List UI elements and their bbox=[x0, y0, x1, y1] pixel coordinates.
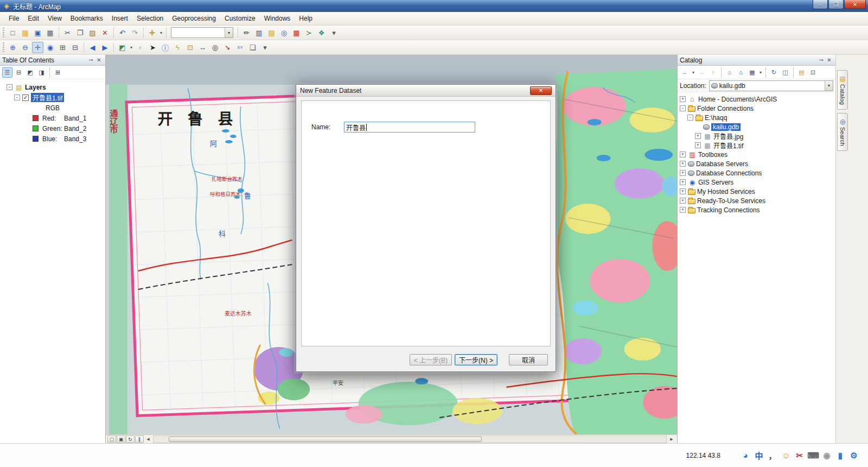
dialog-title-bar[interactable]: New Feature Dataset ✕ bbox=[296, 85, 556, 97]
tray-keyboard-icon[interactable]: ⌨ bbox=[808, 450, 819, 461]
list-by-visibility-button[interactable]: ◩ bbox=[25, 67, 35, 78]
fixed-zoom-out-tool[interactable]: ⊟ bbox=[69, 42, 81, 53]
dataset-name-input[interactable]: 开鲁县 bbox=[344, 122, 475, 132]
copy-button[interactable]: ❐ bbox=[74, 27, 86, 39]
search-window-button[interactable]: ◎ bbox=[278, 27, 290, 39]
horizontal-scrollbar[interactable] bbox=[153, 436, 667, 443]
list-by-drawing-order-button[interactable]: ☰ bbox=[2, 67, 12, 78]
open-viewer-window-button[interactable]: ❏ bbox=[247, 42, 258, 53]
contents-view-button[interactable]: ▦ bbox=[747, 67, 757, 78]
toc-options-button[interactable]: ⊞ bbox=[53, 67, 63, 78]
clear-selection-button[interactable]: ▫ bbox=[135, 42, 146, 53]
toolbar-grip[interactable] bbox=[3, 28, 4, 37]
expand-icon[interactable]: + bbox=[680, 198, 686, 204]
go-forward-extent-button[interactable]: ▶ bbox=[99, 42, 111, 53]
tray-emoji-icon[interactable]: ☺ bbox=[781, 450, 792, 461]
delete-button[interactable]: ✕ bbox=[99, 27, 111, 39]
toc-band-row[interactable]: Green:Band_2 bbox=[0, 123, 105, 134]
toc-band-row[interactable]: Blue:Band_3 bbox=[0, 134, 105, 144]
measure-tool[interactable]: ↔ bbox=[197, 42, 208, 53]
tray-ime-language-icon[interactable]: 中 bbox=[754, 450, 764, 461]
catalog-tree-item[interactable]: +开鲁县.jpg bbox=[678, 131, 835, 141]
maximize-button[interactable]: ❐ bbox=[828, 0, 844, 9]
scroll-right-icon[interactable]: ▶ bbox=[668, 436, 675, 443]
catalog-tree-item[interactable]: +Toolboxes bbox=[678, 150, 835, 159]
save-document-button[interactable]: ▣ bbox=[32, 27, 43, 39]
back-button[interactable]: < 上一步(B) bbox=[410, 354, 452, 365]
add-data-button[interactable]: ✚ bbox=[146, 27, 158, 39]
collapse-icon[interactable]: - bbox=[680, 105, 686, 111]
catalog-forward-button[interactable]: → bbox=[697, 67, 707, 78]
pause-drawing-button[interactable]: ∥ bbox=[135, 436, 144, 443]
catalog-tree-item[interactable]: -Folder Connections bbox=[678, 104, 835, 113]
menu-file[interactable]: File bbox=[4, 13, 23, 24]
find-route-button[interactable]: ➘ bbox=[222, 42, 233, 53]
contents-view-button-dropdown[interactable]: ▾ bbox=[758, 67, 763, 78]
menu-customize[interactable]: Customize bbox=[220, 13, 260, 24]
menu-view[interactable]: View bbox=[43, 13, 66, 24]
tray-messenger-icon[interactable]: ◕ bbox=[740, 450, 751, 461]
add-data-button-dropdown[interactable]: ▾ bbox=[158, 27, 164, 39]
expand-icon[interactable]: + bbox=[680, 152, 686, 157]
scroll-left-icon[interactable]: ◀ bbox=[144, 436, 152, 443]
catalog-tree-item[interactable]: +Home - Documents\ArcGIS bbox=[678, 94, 835, 104]
collapse-icon[interactable]: - bbox=[687, 115, 693, 121]
list-by-source-button[interactable]: ⊟ bbox=[14, 67, 24, 78]
catalog-back-button[interactable]: ← bbox=[680, 67, 690, 78]
tray-scissors-icon[interactable]: ✂ bbox=[794, 450, 805, 461]
identify-tool[interactable]: ⓘ bbox=[159, 42, 171, 53]
select-elements-tool[interactable]: ➤ bbox=[147, 42, 158, 53]
chevron-down-icon[interactable]: ▾ bbox=[225, 28, 233, 37]
expand-icon[interactable]: + bbox=[680, 179, 686, 185]
catalog-tree-item[interactable]: +开鲁县1.tif bbox=[678, 141, 835, 150]
side-tab-catalog[interactable]: Catalog bbox=[837, 70, 848, 110]
chevron-down-icon[interactable]: ▾ bbox=[825, 81, 833, 91]
tray-briefcase-icon[interactable]: ▮ bbox=[835, 450, 846, 461]
tools-options-chevron[interactable]: ▾ bbox=[259, 42, 271, 53]
zoom-out-tool[interactable]: ⊖ bbox=[20, 42, 31, 53]
catalog-tree-item[interactable]: +GIS Servers bbox=[678, 178, 835, 187]
cancel-button[interactable]: 取消 bbox=[509, 354, 548, 365]
catalog-tree-item[interactable]: -E:\haqq bbox=[678, 113, 835, 122]
catalog-tree-item[interactable]: +My Hosted Services bbox=[678, 187, 835, 196]
fixed-zoom-in-tool[interactable]: ⊞ bbox=[57, 42, 68, 53]
menu-bookmarks[interactable]: Bookmarks bbox=[66, 13, 107, 24]
data-view-button[interactable]: ▢ bbox=[107, 436, 116, 443]
up-one-level-button[interactable]: ↑ bbox=[708, 67, 718, 78]
catalog-options-button[interactable]: ⊡ bbox=[808, 67, 818, 78]
expand-icon[interactable]: + bbox=[695, 133, 701, 139]
close-icon[interactable]: ✕ bbox=[95, 56, 103, 64]
minimize-button[interactable]: – bbox=[813, 0, 828, 9]
find-button[interactable]: ◎ bbox=[209, 42, 221, 53]
refresh-view-button[interactable]: ↻ bbox=[126, 436, 135, 443]
menu-edit[interactable]: Edit bbox=[23, 13, 43, 24]
tray-settings-icon[interactable]: ⚙ bbox=[848, 450, 859, 461]
toc-layer-item[interactable]: - ✓ 开鲁县1.tif bbox=[0, 92, 105, 103]
toolbar-options-chevron[interactable]: ▾ bbox=[328, 27, 340, 39]
attribute-table-button[interactable]: ▥ bbox=[253, 27, 265, 39]
close-icon[interactable]: ✕ bbox=[825, 56, 833, 64]
dialog-close-button[interactable]: ✕ bbox=[530, 86, 552, 95]
catalog-tree-item[interactable]: +Ready-To-Use Services bbox=[678, 196, 835, 205]
expand-icon[interactable]: + bbox=[680, 96, 686, 102]
tray-user-icon[interactable]: ◉ bbox=[821, 450, 832, 461]
pan-tool[interactable]: ✛ bbox=[32, 42, 43, 53]
new-document-button[interactable]: □ bbox=[7, 27, 18, 39]
modelbuilder-button[interactable]: ❖ bbox=[316, 27, 327, 39]
layer-visibility-checkbox[interactable]: ✓ bbox=[22, 94, 29, 101]
editor-toolbar-button[interactable]: ✏ bbox=[241, 27, 252, 39]
go-back-extent-button[interactable]: ◀ bbox=[87, 42, 98, 53]
menu-geoprocessing[interactable]: Geoprocessing bbox=[168, 13, 220, 24]
scrollbar-thumb[interactable] bbox=[169, 437, 481, 442]
toggle-contents-panel-button[interactable]: ◫ bbox=[780, 67, 790, 78]
expand-icon[interactable]: + bbox=[680, 188, 686, 194]
menu-help[interactable]: Help bbox=[295, 13, 317, 24]
hyperlink-tool[interactable]: ϟ bbox=[172, 42, 183, 53]
catalog-tree-item[interactable]: +Database Servers bbox=[678, 159, 835, 168]
title-bar[interactable]: ◈ 无标题 - ArcMap – ❐ ✕ bbox=[0, 0, 868, 12]
print-button[interactable]: ▦ bbox=[44, 27, 56, 39]
go-to-xy-button[interactable]: XY bbox=[234, 42, 246, 53]
next-button[interactable]: 下一步(N) > bbox=[455, 354, 497, 365]
tray-ime-punctuation-icon[interactable]: ， bbox=[767, 450, 778, 461]
pin-icon[interactable]: ⊸ bbox=[817, 56, 825, 64]
